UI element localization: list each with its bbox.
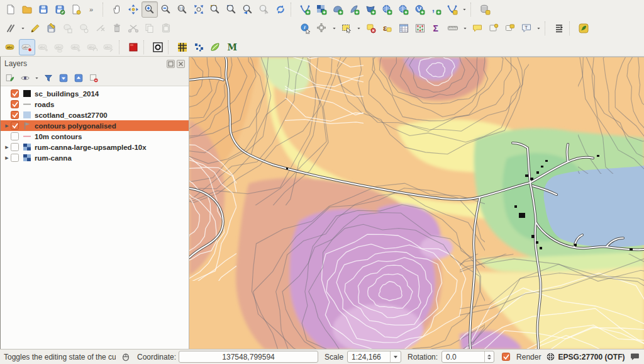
new-print-composer-icon[interactable] bbox=[68, 1, 84, 18]
new-geopackage-icon[interactable] bbox=[477, 1, 493, 18]
zoom-out-icon[interactable] bbox=[158, 1, 174, 18]
field-calculator-icon[interactable] bbox=[412, 20, 428, 37]
paste-features-icon bbox=[158, 20, 174, 37]
add-delimited-text-icon[interactable]: , bbox=[428, 1, 444, 18]
grid-plugin-icon[interactable] bbox=[174, 39, 191, 55]
zoom-last-icon[interactable] bbox=[240, 1, 256, 18]
collapse-all-icon[interactable] bbox=[72, 71, 86, 85]
zoom-to-selection-icon[interactable] bbox=[207, 1, 223, 18]
render-toggle[interactable]: Render bbox=[502, 353, 541, 361]
node-tool-icon bbox=[92, 20, 109, 37]
select-by-expression-icon[interactable]: ε bbox=[379, 20, 396, 37]
add-spatialite-layer-icon[interactable] bbox=[346, 1, 362, 18]
select-features-icon[interactable] bbox=[338, 20, 355, 37]
filter-legend-icon[interactable] bbox=[42, 71, 55, 85]
expand-arrow-icon[interactable]: ▶ bbox=[3, 123, 11, 128]
new-layer-dropdown-icon[interactable] bbox=[460, 1, 469, 18]
new-project-icon[interactable] bbox=[3, 1, 19, 18]
deselect-features-icon[interactable] bbox=[363, 20, 379, 37]
layer-item-rum-canna[interactable]: ▶rum-canna bbox=[1, 152, 189, 163]
new-shapefile-layer-icon[interactable] bbox=[444, 1, 460, 18]
add-wms-layer-icon[interactable] bbox=[379, 1, 395, 18]
close-panel-icon[interactable] bbox=[177, 60, 185, 68]
layer-item-contours-polygonalised[interactable]: ▶contours polygonalised bbox=[1, 120, 189, 131]
mouse-extent-icon[interactable] bbox=[121, 352, 131, 362]
zoom-to-layer-icon[interactable] bbox=[223, 1, 240, 18]
save-layer-edits-icon[interactable] bbox=[43, 20, 60, 37]
scale-combo-arrow-icon[interactable] bbox=[390, 351, 401, 362]
add-postgis-layer-icon[interactable] bbox=[330, 1, 346, 18]
open-attribute-table-icon[interactable] bbox=[396, 20, 412, 37]
zoom-in-icon[interactable] bbox=[142, 1, 158, 18]
layer-checkbox[interactable] bbox=[11, 111, 19, 119]
layer-item-scotland-coast27700[interactable]: scotland_coast27700 bbox=[1, 110, 189, 120]
measure-icon[interactable] bbox=[445, 20, 461, 37]
add-mssql-layer-icon[interactable] bbox=[362, 1, 379, 18]
statistical-summary-icon[interactable]: Σ bbox=[428, 20, 445, 37]
layer-checkbox[interactable] bbox=[11, 122, 19, 130]
layer-checkbox[interactable] bbox=[11, 132, 19, 140]
color-swatch-icon[interactable] bbox=[125, 39, 142, 55]
show-hide-labels-icon: abc bbox=[52, 39, 68, 55]
new-bookmark-icon[interactable] bbox=[486, 20, 502, 37]
float-panel-icon[interactable] bbox=[167, 60, 175, 68]
zoom-native-icon[interactable]: 1:1 bbox=[174, 1, 191, 18]
feature-action-dropdown-icon[interactable] bbox=[330, 20, 338, 37]
toggle-editing-icon[interactable] bbox=[27, 20, 43, 37]
save-project-icon[interactable] bbox=[35, 1, 52, 18]
layer-labeling-icon[interactable]: abc bbox=[3, 39, 19, 55]
open-layer-styling-icon[interactable] bbox=[3, 71, 17, 85]
layer-item-roads[interactable]: roads bbox=[1, 99, 189, 110]
select-dropdown-icon[interactable] bbox=[355, 20, 363, 37]
plugin-icon[interactable] bbox=[575, 20, 592, 37]
rotation-spin-buttons[interactable] bbox=[484, 351, 493, 362]
open-project-icon[interactable] bbox=[19, 1, 35, 18]
identify-features-icon[interactable]: i bbox=[297, 20, 314, 37]
save-project-as-icon[interactable] bbox=[52, 1, 68, 18]
show-bookmarks-icon[interactable] bbox=[502, 20, 518, 37]
scale-combo[interactable]: 1:24,166 bbox=[347, 351, 401, 363]
measure-dropdown-icon[interactable] bbox=[461, 20, 469, 37]
current-edits-dropdown-icon[interactable] bbox=[19, 20, 27, 37]
add-vector-layer-icon[interactable] bbox=[297, 1, 313, 18]
layer-item-sc-buildings-2014[interactable]: sc_buildings_2014 bbox=[1, 88, 189, 99]
layer-checkbox[interactable] bbox=[11, 100, 19, 108]
themes-dropdown-icon[interactable] bbox=[33, 71, 40, 85]
pan-map-icon[interactable] bbox=[109, 1, 125, 18]
current-edits-icon[interactable] bbox=[3, 20, 19, 37]
expand-arrow-icon[interactable]: ▶ bbox=[3, 145, 11, 150]
add-wfs-layer-icon[interactable] bbox=[411, 1, 428, 18]
remove-layer-icon[interactable] bbox=[87, 71, 101, 85]
scatter-plugin-icon[interactable] bbox=[191, 39, 207, 55]
map-tips-icon[interactable] bbox=[469, 20, 486, 37]
coordinate-input[interactable]: 137548,799594 bbox=[179, 351, 318, 363]
mmqgis-plugin-icon[interactable]: M bbox=[223, 39, 240, 55]
rotation-spinbox[interactable]: 0.0 bbox=[441, 351, 494, 363]
layer-item-10m-contours[interactable]: 10m contours bbox=[1, 131, 189, 142]
layer-checkbox[interactable] bbox=[11, 89, 19, 98]
pan-to-selection-icon[interactable] bbox=[125, 1, 142, 18]
add-raster-layer-icon[interactable] bbox=[313, 1, 330, 18]
leaf-plugin-icon[interactable] bbox=[207, 39, 223, 55]
messages-icon[interactable] bbox=[630, 352, 640, 361]
annotation-dropdown-icon[interactable] bbox=[535, 20, 543, 37]
toolbar-overflow-icon[interactable]: » bbox=[84, 1, 101, 18]
crs-status-icon[interactable] bbox=[546, 352, 555, 361]
processing-toolbox-icon[interactable] bbox=[551, 20, 567, 37]
layer-checkbox[interactable] bbox=[11, 154, 19, 162]
expand-all-icon[interactable] bbox=[57, 71, 70, 85]
add-wcs-layer-icon[interactable] bbox=[395, 1, 411, 18]
target-plugin-icon[interactable] bbox=[150, 39, 166, 55]
map-canvas[interactable] bbox=[189, 57, 644, 349]
scale-label: Scale bbox=[325, 353, 343, 361]
layer-item-rum-canna-large-upsampled-10x[interactable]: ▶rum-canna-large-upsampled-10x bbox=[1, 142, 189, 152]
expand-arrow-icon[interactable]: ▶ bbox=[3, 156, 11, 161]
zoom-full-icon[interactable] bbox=[191, 1, 207, 18]
label-highlight-icon[interactable]: abc bbox=[19, 39, 35, 55]
manage-map-themes-icon[interactable] bbox=[18, 71, 32, 85]
refresh-map-icon[interactable] bbox=[272, 1, 289, 18]
layer-checkbox[interactable] bbox=[11, 143, 19, 151]
run-feature-action-icon[interactable] bbox=[314, 20, 330, 37]
render-checkbox[interactable] bbox=[502, 353, 510, 361]
text-annotation-icon[interactable]: T bbox=[518, 20, 535, 37]
